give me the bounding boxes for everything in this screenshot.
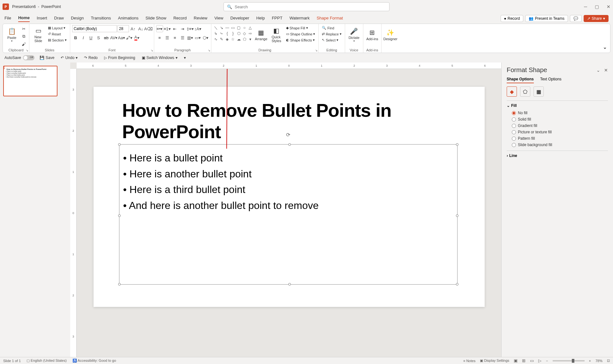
- strikethrough-button[interactable]: ab: [103, 34, 110, 41]
- picture-fill-radio[interactable]: Picture or texture fill: [512, 129, 608, 135]
- maximize-button[interactable]: ▢: [595, 4, 599, 9]
- minimize-button[interactable]: ─: [584, 4, 587, 9]
- share-button[interactable]: ↗ Share ▾: [584, 15, 609, 22]
- search-box[interactable]: 🔍: [223, 2, 390, 11]
- italic-button[interactable]: I: [80, 34, 87, 41]
- numbering-button[interactable]: ≡1▾: [164, 25, 171, 32]
- bullets-button[interactable]: ≡•▾: [156, 25, 163, 32]
- tab-shape-format[interactable]: Shape Format: [317, 16, 343, 22]
- increase-font-button[interactable]: A↑: [130, 25, 137, 32]
- horizontal-ruler[interactable]: 6543210123456: [77, 63, 501, 69]
- replace-button[interactable]: ⇄ Replace ▾: [321, 31, 343, 37]
- shape-star-icon[interactable]: ☆: [231, 37, 236, 42]
- text-direction-button[interactable]: ↕A▾: [194, 25, 201, 32]
- align-left-button[interactable]: ≡: [156, 34, 163, 41]
- font-color-button[interactable]: A▾: [133, 34, 140, 41]
- tab-draw[interactable]: Draw: [54, 16, 64, 22]
- bold-button[interactable]: B: [72, 34, 79, 41]
- tab-watermark[interactable]: Watermark: [290, 16, 310, 22]
- shape-effects-button[interactable]: ◐ Shape Effects ▾: [285, 37, 317, 43]
- shape-oval-icon[interactable]: ○: [242, 25, 247, 30]
- underline-button[interactable]: U: [87, 34, 95, 41]
- quick-styles-button[interactable]: ◧Quick Styles: [269, 25, 284, 44]
- new-slide-button[interactable]: ▭New Slide: [31, 25, 45, 44]
- tab-view[interactable]: View: [214, 16, 223, 22]
- notes-button[interactable]: ≡ Notes: [463, 359, 475, 363]
- find-button[interactable]: 🔍 Find: [321, 25, 343, 31]
- accessibility-status[interactable]: ♿ Accessibility: Good to go: [72, 359, 116, 363]
- shape-cloud-icon[interactable]: ☁: [236, 37, 241, 42]
- list-item[interactable]: Here is a bullet point: [123, 150, 453, 166]
- pane-close-button[interactable]: ✕: [604, 68, 608, 73]
- slide-count[interactable]: Slide 1 of 1: [3, 359, 21, 363]
- shape-callout-icon[interactable]: ◈: [225, 37, 230, 42]
- collapse-ribbon-button[interactable]: ⌄: [603, 44, 607, 50]
- shape-arrow2-icon[interactable]: ⇨: [248, 31, 253, 36]
- resize-handle[interactable]: [288, 143, 291, 146]
- shape-more-icon[interactable]: ▾: [248, 37, 253, 42]
- reading-view-button[interactable]: ▭: [530, 358, 534, 363]
- slide-canvas[interactable]: How to Remove Bullet Points in PowerPoin…: [94, 87, 485, 307]
- slide-thumbnail[interactable]: How to Remove Bullet Points in PowerPoin…: [3, 66, 57, 96]
- align-right-button[interactable]: ≡: [171, 34, 178, 41]
- shape-connector-icon[interactable]: ↳: [213, 31, 218, 36]
- clipboard-launcher[interactable]: ↘: [26, 49, 28, 52]
- shape-arrow-icon[interactable]: ↘: [219, 25, 224, 30]
- shadow-button[interactable]: S: [95, 34, 102, 41]
- clear-formatting-button[interactable]: A⌫: [145, 25, 152, 32]
- zoom-slider[interactable]: [553, 360, 585, 361]
- resize-handle[interactable]: [456, 143, 458, 146]
- shape-hexagon-icon[interactable]: ⬡: [236, 31, 241, 36]
- list-item[interactable]: And here is another bullet point to remo…: [123, 198, 453, 214]
- save-button[interactable]: 💾 Save: [38, 55, 56, 61]
- shape-brace-icon[interactable]: {: [225, 31, 230, 36]
- format-painter-button[interactable]: 🖌: [20, 41, 27, 48]
- shape-brace2-icon[interactable]: }: [231, 31, 236, 36]
- resize-handle[interactable]: [456, 283, 458, 286]
- list-item[interactable]: Here is a third bullet point: [123, 182, 453, 198]
- shape-connector2-icon[interactable]: ⤷: [219, 31, 224, 36]
- character-spacing-button[interactable]: AV▾: [110, 34, 117, 41]
- designer-button[interactable]: ✨Designer: [383, 25, 397, 44]
- paste-button[interactable]: 📋Paste▾: [5, 25, 19, 44]
- decrease-font-button[interactable]: A↓: [137, 25, 144, 32]
- tab-home[interactable]: Home: [18, 15, 30, 22]
- shape-freeform-icon[interactable]: ✎: [219, 37, 224, 42]
- shape-diamond-icon[interactable]: ◇: [242, 31, 247, 36]
- copy-button[interactable]: ⧉: [20, 33, 27, 40]
- change-case-button[interactable]: Aa▾: [118, 34, 125, 41]
- effects-category-icon[interactable]: ⬠: [520, 86, 530, 97]
- solid-fill-radio[interactable]: Solid fill: [512, 116, 608, 123]
- select-button[interactable]: ↖ Select ▾: [321, 37, 343, 43]
- resize-handle[interactable]: [456, 214, 458, 217]
- shape-curve-icon[interactable]: ∿: [213, 37, 218, 42]
- tab-file[interactable]: File: [4, 16, 11, 22]
- tab-review[interactable]: Review: [194, 16, 208, 22]
- display-settings-button[interactable]: ▣ Display Settings: [480, 359, 509, 363]
- tab-animations[interactable]: Animations: [118, 16, 139, 22]
- justify-button[interactable]: ☰: [179, 34, 186, 41]
- shape-options-tab[interactable]: Shape Options: [507, 77, 534, 83]
- resize-handle[interactable]: [118, 283, 121, 286]
- slide-title-text[interactable]: How to Remove Bullet Points in PowerPoin…: [122, 100, 485, 142]
- autosave-toggle[interactable]: [23, 55, 34, 60]
- rotate-handle-icon[interactable]: ⟳: [286, 132, 290, 138]
- from-beginning-button[interactable]: ▷ From Beginning: [103, 55, 137, 61]
- tab-slideshow[interactable]: Slide Show: [146, 16, 166, 22]
- gradient-fill-radio[interactable]: Gradient fill: [512, 123, 608, 129]
- shape-roundrect-icon[interactable]: ▢: [236, 25, 241, 30]
- search-input[interactable]: [235, 4, 386, 9]
- list-item[interactable]: Here is another bullet point: [123, 166, 453, 182]
- content-textbox[interactable]: ⟳ Here is a bullet point Here is another…: [119, 144, 458, 285]
- addins-button[interactable]: ⊞Add-ins: [365, 25, 379, 44]
- qat-customize-button[interactable]: ▾: [183, 55, 187, 61]
- drawing-launcher[interactable]: ↘: [315, 49, 318, 52]
- shape-pentagon-icon[interactable]: ⬠: [242, 37, 247, 42]
- layout-button[interactable]: ▦ Layout ▾: [47, 25, 68, 31]
- zoom-level[interactable]: 78%: [595, 359, 602, 363]
- shapes-gallery[interactable]: ＼↘—▭▢○△ ↳⤷{}⬡◇⇨ ∿✎◈☆☁⬠▾: [213, 25, 253, 42]
- normal-view-button[interactable]: ▣: [514, 358, 518, 363]
- sorter-view-button[interactable]: ⊞: [522, 358, 526, 363]
- section-button[interactable]: ▤ Section ▾: [47, 37, 68, 43]
- highlight-button[interactable]: 🖍▾: [126, 34, 133, 41]
